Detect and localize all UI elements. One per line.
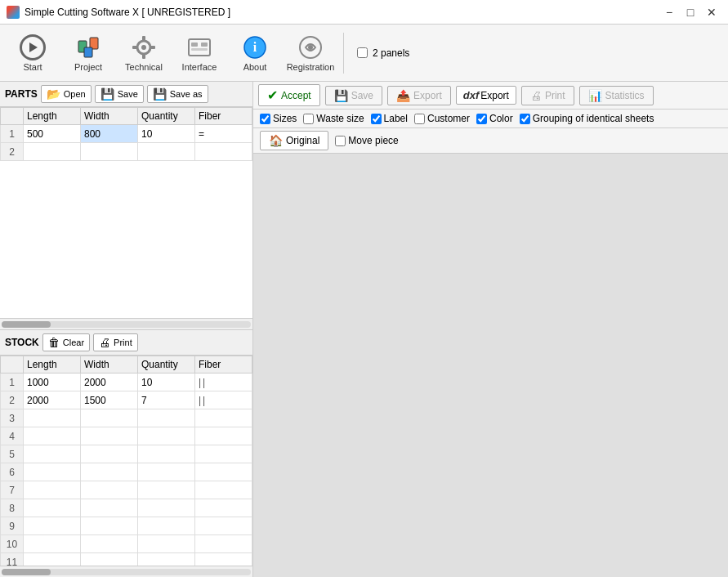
original-button[interactable]: Original <box>260 131 328 150</box>
stock-cell-fiber-4[interactable] <box>195 427 252 445</box>
save-result-icon <box>334 89 348 102</box>
start-label: Start <box>23 62 42 72</box>
stock-cell-length-9[interactable] <box>24 517 81 535</box>
customer-option[interactable]: Customer <box>414 113 470 124</box>
stock-cell-quantity-8[interactable] <box>138 499 195 517</box>
sizes-checkbox[interactable] <box>260 114 270 124</box>
export-csv-button[interactable]: Export <box>387 86 451 105</box>
label-checkbox[interactable] <box>371 114 382 124</box>
stock-cell-length-4[interactable] <box>24 427 81 445</box>
stock-header: STOCK Clear Print <box>0 330 252 356</box>
stock-cell-fiber-11[interactable] <box>195 553 252 566</box>
stock-cell-fiber-3[interactable] <box>195 409 252 427</box>
color-checkbox[interactable] <box>476 114 487 124</box>
parts-open-button[interactable]: Open <box>41 85 92 103</box>
stock-cell-width-9[interactable] <box>81 517 138 535</box>
stock-cell-quantity-4[interactable] <box>138 427 195 445</box>
stock-cell-quantity-6[interactable] <box>138 463 195 481</box>
stock-cell-quantity-7[interactable] <box>138 481 195 499</box>
move-piece-option[interactable]: Move piece <box>335 135 398 146</box>
sizes-option[interactable]: Sizes <box>260 113 297 124</box>
stock-cell-length-7[interactable] <box>24 481 81 499</box>
stock-cell-width-1[interactable]: 2000 <box>81 373 138 391</box>
label-option[interactable]: Label <box>371 113 408 124</box>
options-bar-1: Sizes Waste size Label Customer Color Gr… <box>253 110 728 128</box>
parts-hscroll[interactable] <box>0 318 252 329</box>
parts-cell-fiber-1[interactable]: = <box>195 125 252 143</box>
close-button[interactable]: ✕ <box>702 4 721 20</box>
stock-cell-width-3[interactable] <box>81 409 138 427</box>
stock-cell-quantity-3[interactable] <box>138 409 195 427</box>
grouping-label: Grouping of identical sheets <box>533 113 654 124</box>
parts-cell-length-1[interactable]: 500 <box>24 125 81 143</box>
grouping-checkbox[interactable] <box>520 114 530 124</box>
stock-cell-quantity-10[interactable] <box>138 535 195 553</box>
print-result-button[interactable]: Print <box>521 86 574 105</box>
action-bar: Accept Save Export dxf Export Print Stat… <box>253 82 728 110</box>
stock-print-button[interactable]: Print <box>93 333 138 351</box>
stock-cell-width-5[interactable] <box>81 445 138 463</box>
save-result-label: Save <box>351 90 373 101</box>
stock-cell-fiber-2[interactable]: || <box>195 391 252 409</box>
registration-button[interactable]: Registration <box>284 29 337 77</box>
stock-cell-fiber-10[interactable] <box>195 535 252 553</box>
stock-cell-length-6[interactable] <box>24 463 81 481</box>
panels-label[interactable]: 2 panels <box>373 47 409 59</box>
parts-grid: Length Width Quantity Fiber 1 500 800 10 <box>0 107 252 318</box>
stock-hscroll[interactable] <box>0 566 252 577</box>
start-button[interactable]: Start <box>7 29 59 77</box>
stock-cell-quantity-5[interactable] <box>138 445 195 463</box>
parts-saveas-button[interactable]: Save as <box>147 85 208 103</box>
statistics-button[interactable]: Statistics <box>579 86 654 105</box>
project-button[interactable]: Project <box>62 29 114 77</box>
parts-saveas-label: Save as <box>170 89 203 99</box>
stock-cell-fiber-9[interactable] <box>195 517 252 535</box>
wastesize-option[interactable]: Waste size <box>303 113 364 124</box>
stock-cell-fiber-5[interactable] <box>195 445 252 463</box>
stock-cell-fiber-6[interactable] <box>195 463 252 481</box>
technical-button[interactable]: Technical <box>118 29 170 77</box>
interface-button[interactable]: Interface <box>173 29 226 77</box>
dxf-export-button[interactable]: dxf Export <box>456 86 516 105</box>
stock-cell-length-1[interactable]: 1000 <box>24 373 81 391</box>
table-row: 1 500 800 10 = <box>1 125 252 143</box>
minimize-button[interactable]: − <box>659 4 679 20</box>
stock-cell-fiber-8[interactable] <box>195 499 252 517</box>
stock-cell-quantity-1[interactable]: 10 <box>138 373 195 391</box>
parts-row-num-1: 1 <box>1 125 24 143</box>
accept-button[interactable]: Accept <box>258 84 320 106</box>
stock-cell-fiber-1[interactable]: || <box>195 373 252 391</box>
stock-cell-fiber-7[interactable] <box>195 481 252 499</box>
move-piece-checkbox[interactable] <box>335 136 346 146</box>
stock-cell-length-2[interactable]: 2000 <box>24 391 81 409</box>
stock-cell-quantity-2[interactable]: 7 <box>138 391 195 409</box>
stock-cell-width-10[interactable] <box>81 535 138 553</box>
parts-save-button[interactable]: Save <box>95 85 144 103</box>
about-button[interactable]: i About <box>229 29 281 77</box>
stock-cell-width-4[interactable] <box>81 427 138 445</box>
stock-clear-button[interactable]: Clear <box>42 333 90 351</box>
wastesize-checkbox[interactable] <box>303 114 314 124</box>
stock-cell-length-5[interactable] <box>24 445 81 463</box>
stock-cell-length-10[interactable] <box>24 535 81 553</box>
stock-cell-width-8[interactable] <box>81 499 138 517</box>
grouping-option[interactable]: Grouping of identical sheets <box>520 113 654 124</box>
color-option[interactable]: Color <box>476 113 513 124</box>
parts-cell-quantity-1[interactable]: 10 <box>138 125 195 143</box>
stock-cell-quantity-9[interactable] <box>138 517 195 535</box>
maximize-button[interactable]: □ <box>681 4 700 20</box>
stock-cell-length-8[interactable] <box>24 499 81 517</box>
parts-cell-width-1[interactable]: 800 <box>81 125 138 143</box>
stock-cell-width-7[interactable] <box>81 481 138 499</box>
save-result-button[interactable]: Save <box>325 86 382 105</box>
stock-cell-quantity-11[interactable] <box>138 553 195 566</box>
about-label: About <box>243 62 267 72</box>
stock-cell-length-3[interactable] <box>24 409 81 427</box>
customer-checkbox[interactable] <box>414 114 425 124</box>
wastesize-label: Waste size <box>316 113 364 124</box>
stock-cell-width-11[interactable] <box>81 553 138 566</box>
stock-cell-width-6[interactable] <box>81 463 138 481</box>
stock-cell-length-11[interactable] <box>24 553 81 566</box>
stock-cell-width-2[interactable]: 1500 <box>81 391 138 409</box>
panels-checkbox[interactable] <box>357 47 368 58</box>
